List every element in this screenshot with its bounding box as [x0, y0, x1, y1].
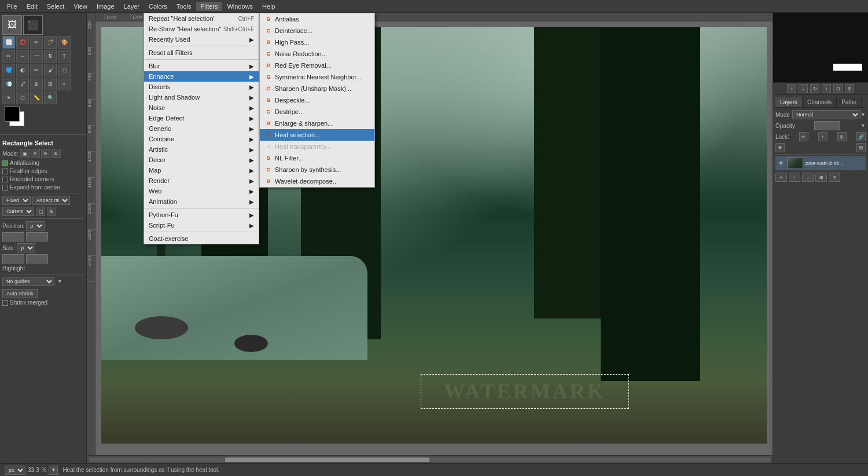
- size-row: Size: px: [2, 243, 84, 252]
- tick-v-1300: 1300: [87, 230, 95, 256]
- current-icon-2[interactable]: ⊞: [47, 207, 56, 216]
- tool-crop[interactable]: ✂: [2, 50, 15, 63]
- menu-filters[interactable]: Filters: [196, 2, 223, 11]
- zoom-unit-select[interactable]: px: [5, 466, 25, 475]
- tool-ink[interactable]: 🖊: [16, 78, 29, 90]
- tab-channels[interactable]: Channels: [803, 97, 837, 107]
- tool-ellipse-select[interactable]: ⭕: [16, 36, 29, 49]
- size-w-input[interactable]: 1539: [2, 254, 24, 263]
- tool-fuzzy-select[interactable]: 🪄: [44, 36, 57, 49]
- tool-rect-select[interactable]: ⬜: [2, 36, 15, 49]
- rotate-btn[interactable]: ↻: [810, 84, 819, 93]
- tool-dodge[interactable]: ☀: [2, 91, 15, 104]
- guides-select[interactable]: No guides: [2, 277, 54, 286]
- menu-colors[interactable]: Colors: [144, 2, 172, 11]
- scrollbar-horizontal[interactable]: [87, 455, 773, 463]
- flip-btn[interactable]: ↕: [822, 84, 831, 93]
- lock-all-btn[interactable]: ⊞: [837, 132, 847, 141]
- menu-file[interactable]: File: [2, 2, 22, 11]
- expand-row: Expand from center: [2, 184, 84, 191]
- menu-windows[interactable]: Windows: [222, 2, 258, 11]
- menu-view[interactable]: View: [69, 2, 92, 11]
- current-select[interactable]: Current: [2, 207, 34, 216]
- layer-eye-btn[interactable]: 👁: [775, 143, 785, 152]
- layer-item[interactable]: 👁 pine-watt-2Htz...: [775, 156, 866, 170]
- tool-options-title: Rectangle Select: [2, 140, 84, 147]
- scrollbar-h-thumb[interactable]: [225, 457, 429, 462]
- tool-transform[interactable]: ↔: [16, 50, 29, 63]
- tool-flip[interactable]: ⇅: [44, 50, 57, 63]
- opacity-input[interactable]: 100.0: [814, 121, 840, 130]
- reset-btn[interactable]: ⊡: [833, 84, 843, 93]
- aspect-select[interactable]: Aspect ratio: [32, 196, 70, 205]
- fit-btn[interactable]: ⊞: [845, 84, 854, 93]
- tool-eraser[interactable]: ◻: [58, 64, 71, 76]
- duplicate-layer-btn[interactable]: ⊞: [815, 173, 827, 182]
- tab-paths[interactable]: Paths: [837, 97, 862, 107]
- lock-label: Lock:: [775, 134, 789, 140]
- canvas-scroll[interactable]: WATERMARK: [95, 21, 773, 455]
- tool-icons-area: 🖼 ⬛ ⬜ ⭕ ✏ 🪄 🎨 ✂ ↔ 〰 ⇅ T 🪣 ◐ ✏ 🖌: [0, 13, 86, 132]
- tool-pencil[interactable]: ✏: [30, 64, 43, 76]
- tool-blend[interactable]: ◐: [16, 64, 29, 76]
- size-unit[interactable]: px: [17, 243, 35, 252]
- menu-help[interactable]: Help: [258, 2, 280, 11]
- menu-edit[interactable]: Edit: [22, 2, 42, 11]
- menu-image[interactable]: Image: [92, 2, 119, 11]
- zoom-out-btn[interactable]: -: [799, 84, 808, 93]
- tool-paintbrush[interactable]: 🖌: [44, 64, 57, 76]
- lock-position-btn[interactable]: +: [818, 132, 827, 141]
- tool-select-by-color[interactable]: 🎨: [58, 36, 71, 49]
- position-unit[interactable]: px: [26, 221, 45, 230]
- position-x-input[interactable]: 3297: [2, 232, 24, 241]
- tool-free-select[interactable]: ✏: [30, 36, 43, 49]
- tool-smudge[interactable]: ≈: [58, 78, 71, 90]
- tool-warp[interactable]: 〰: [30, 50, 43, 63]
- menu-layer[interactable]: Layer: [119, 2, 145, 11]
- mode-btn-1[interactable]: ▣: [20, 149, 30, 158]
- menu-tools[interactable]: Tools: [172, 2, 196, 11]
- scrollbar-h-track[interactable]: [89, 457, 770, 462]
- tool-airbrush[interactable]: 💨: [2, 78, 15, 90]
- tab-layers[interactable]: Layers: [775, 97, 803, 107]
- tool-path[interactable]: ⬡: [16, 91, 29, 104]
- tool-healing[interactable]: ⊕: [30, 78, 43, 90]
- tool-measure[interactable]: 📏: [30, 91, 43, 104]
- fixed-select[interactable]: Fixed: [2, 196, 31, 205]
- shrink-merged-check[interactable]: [2, 300, 8, 306]
- delete-layer-btn[interactable]: ✕: [829, 173, 840, 182]
- zoom-in-btn[interactable]: +: [787, 84, 796, 93]
- tool-thumbnail-1: 🖼: [2, 15, 22, 35]
- antialiasing-check[interactable]: [2, 160, 8, 166]
- layer-visibility-icon[interactable]: 👁: [777, 159, 785, 167]
- canvas-preview: [773, 13, 868, 82]
- lock-pixels-btn[interactable]: ✏: [799, 132, 808, 141]
- tool-text[interactable]: T: [58, 50, 71, 63]
- position-y-input[interactable]: 2811: [26, 232, 48, 241]
- scroll-buttons-right: + - ↻ ↕ ⊡ ⊞: [773, 82, 868, 95]
- tick-v-1000: 1000: [87, 152, 95, 178]
- rounded-check[interactable]: [2, 177, 8, 182]
- tool-zoom[interactable]: 🔍: [44, 91, 57, 104]
- new-layer-btn[interactable]: +: [775, 173, 787, 182]
- lock-chain-btn[interactable]: 🔗: [856, 132, 866, 141]
- size-h-input[interactable]: 246: [26, 254, 48, 263]
- position-row: Position: px: [2, 221, 84, 230]
- layer-chain-btn[interactable]: ⛓: [856, 143, 866, 152]
- mode-btn-4[interactable]: ⊗: [52, 149, 61, 158]
- zoom-dropdown-btn[interactable]: ▼: [49, 466, 58, 475]
- feather-check[interactable]: [2, 169, 8, 174]
- lower-layer-btn[interactable]: ↓: [802, 173, 814, 182]
- current-icon-1[interactable]: ◻: [36, 207, 45, 216]
- mode-btn-3[interactable]: ⊖: [41, 149, 50, 158]
- raise-layer-btn[interactable]: ↑: [789, 173, 800, 182]
- expand-check[interactable]: [2, 185, 8, 191]
- opacity-row: Opacity 100.0 ▼: [775, 121, 866, 130]
- mode-btn-2[interactable]: ⊕: [31, 149, 40, 158]
- tool-bucket-fill[interactable]: 🪣: [2, 64, 15, 76]
- menu-select[interactable]: Select: [42, 2, 69, 11]
- tool-clone[interactable]: ⊞: [44, 78, 57, 90]
- foreground-color[interactable]: [5, 107, 20, 122]
- auto-shrink-button[interactable]: Auto Shrink: [2, 289, 38, 298]
- blend-mode-select[interactable]: Normal: [792, 110, 860, 119]
